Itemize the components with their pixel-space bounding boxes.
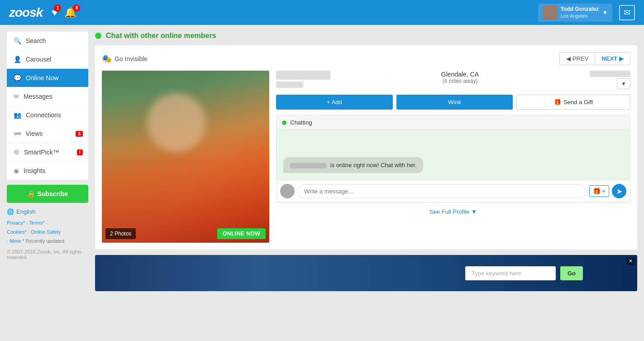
smartpick-icon: ⚙	[14, 149, 19, 156]
copyright: © 2007-2016 Zoosk, Inc. All rights reser…	[7, 249, 88, 260]
recently-updated: * Recently updated	[22, 238, 64, 244]
sidebar-item-label: Search	[26, 37, 46, 44]
send-arrow-icon: ➤	[616, 187, 622, 196]
globe-icon: 🌐	[7, 208, 14, 215]
ad-content: Type keyword here Go	[465, 266, 583, 280]
online-now-icon: 💬	[14, 74, 21, 82]
more-link[interactable]: More	[10, 238, 21, 244]
photo-overlay: 2 Photos ONLINE NOW	[102, 225, 269, 243]
action-buttons: + Add Wink 🎁 Send a Gift	[276, 95, 630, 110]
chat-input-area: 🎁 + ➤	[277, 180, 630, 202]
add-button[interactable]: + Add	[276, 95, 393, 110]
carousel-icon: 👤	[14, 56, 21, 63]
avatar	[543, 5, 557, 20]
chat-avatar	[280, 184, 295, 198]
chat-input[interactable]	[297, 184, 587, 198]
user-menu[interactable]: Todd Gonzalez Los Angeles ▼	[538, 4, 612, 22]
chevron-left-icon: ◀	[566, 55, 571, 62]
alerts-button[interactable]: 🔔 8	[64, 7, 76, 19]
sidebar-item-label: Messages	[24, 93, 52, 100]
next-button[interactable]: NEXT ▶	[595, 52, 630, 65]
chat-messages: is online right now! Chat with her.	[277, 130, 630, 180]
views-icon: 👓	[14, 130, 21, 137]
send-message-button[interactable]: ➤	[612, 184, 626, 198]
main-layout: 🔍 Search 👤 Carousel 💬 Online Now ✉ Messa…	[0, 25, 644, 298]
notifications-button[interactable]: ♥ 1	[52, 7, 57, 19]
chevron-down-icon: ▼	[602, 10, 608, 16]
mask-icon: 🎭	[102, 54, 112, 64]
see-full-profile-label: See Full Profile	[429, 208, 469, 215]
header-icons: ♥ 1 🔔 8	[52, 7, 76, 19]
sidebar-item-label: SmartPick™	[24, 149, 59, 156]
page-title: Chat with other online members	[106, 32, 216, 40]
send-gift-button[interactable]: 🎁 Send a Gift	[516, 95, 630, 110]
user-text: Todd Gonzalez Los Angeles	[561, 6, 599, 19]
profile-dropdown-button[interactable]: ▼	[617, 78, 630, 89]
sidebar-item-search[interactable]: 🔍 Search	[7, 32, 88, 50]
go-invisible-label: Go Invisible	[114, 55, 148, 62]
wink-button[interactable]: Wink	[396, 95, 513, 110]
user-name: Todd Gonzalez	[561, 6, 599, 13]
prev-button[interactable]: ◀ PREV	[559, 52, 595, 65]
sidebar-item-label: Views	[26, 130, 43, 137]
privacy-link[interactable]: Privacy*	[7, 220, 25, 226]
subscribe-label: Subscribe	[38, 190, 68, 197]
go-invisible-button[interactable]: 🎭 Go Invisible	[102, 54, 148, 64]
sidebar: 🔍 Search 👤 Carousel 💬 Online Now ✉ Messa…	[7, 32, 88, 291]
terms-link[interactable]: Terms*	[29, 220, 44, 226]
sidebar-item-insights[interactable]: ◉ Insights	[7, 162, 88, 180]
chat-section: Chatting is online right now! Chat with …	[276, 115, 630, 202]
profile-location-area: Glendale, CA (6 miles away)	[441, 71, 479, 84]
messages-button[interactable]: ✉	[619, 5, 635, 20]
header: zoosk ♥ 1 🔔 8 Todd Gonzalez Los Angeles …	[0, 0, 644, 25]
photo-area: 2 Photos ONLINE NOW	[102, 71, 269, 243]
profile-card: 🎭 Go Invisible ◀ PREV NEXT ▶	[95, 45, 637, 250]
language-label: English	[16, 208, 36, 215]
profile-body: 2 Photos ONLINE NOW Glendale, CA	[102, 71, 630, 243]
sidebar-item-messages[interactable]: ✉ Messages	[7, 87, 88, 106]
separator: ·	[46, 220, 48, 226]
online-now-badge: ONLINE NOW	[217, 228, 266, 239]
insights-icon: ◉	[14, 167, 19, 174]
profile-info: Glendale, CA (6 miles away) ▼ + Add Wink	[276, 71, 630, 243]
chat-header: Chatting	[277, 115, 630, 130]
sidebar-item-online-now[interactable]: 💬 Online Now	[7, 69, 88, 87]
views-badge: 5	[76, 131, 83, 137]
cookies-link[interactable]: Cookies*	[7, 229, 27, 235]
sidebar-item-carousel[interactable]: 👤 Carousel	[7, 50, 88, 69]
sidebar-item-connections[interactable]: 👥 Connections	[7, 106, 88, 125]
profile-photo[interactable]: 2 Photos ONLINE NOW	[102, 71, 269, 243]
profile-distance: (6 miles away)	[441, 78, 479, 84]
see-full-profile-link[interactable]: See Full Profile ▼	[429, 208, 477, 215]
prev-label: PREV	[572, 55, 588, 62]
gift-label: Send a Gift	[563, 99, 593, 106]
sidebar-item-smartpick[interactable]: ⚙ SmartPick™ !	[7, 143, 88, 162]
profile-name	[276, 71, 330, 80]
online-status-dot	[95, 33, 101, 39]
sidebar-item-views[interactable]: 👓 Views 5	[7, 125, 88, 143]
advertisement: Type keyword here Go ✕	[95, 255, 637, 291]
chat-gift-button[interactable]: 🎁 +	[589, 185, 609, 197]
search-icon: 🔍	[14, 37, 21, 44]
sidebar-item-label: Carousel	[26, 56, 51, 63]
ad-close-button[interactable]: ✕	[626, 257, 635, 265]
profile-location: Glendale, CA	[441, 71, 479, 78]
ad-search-box: Type keyword here	[465, 266, 556, 280]
next-label: NEXT	[601, 55, 617, 62]
language-selector[interactable]: 🌐 English	[7, 208, 88, 215]
lock-icon: 🔒	[27, 190, 35, 197]
profile-meta-right: ▼	[590, 71, 630, 89]
sidebar-item-label: Insights	[24, 167, 45, 174]
subscribe-button[interactable]: 🔒 Subscribe	[7, 185, 88, 203]
face-blur	[147, 93, 206, 152]
sender-name-blur	[290, 163, 326, 168]
online-safety-link[interactable]: Online Safety	[31, 229, 61, 235]
user-location: Los Angeles	[561, 13, 599, 19]
profile-age	[276, 82, 303, 88]
ad-button[interactable]: Go	[560, 266, 583, 280]
sidebar-nav: 🔍 Search 👤 Carousel 💬 Online Now ✉ Messa…	[7, 32, 88, 180]
connections-icon: 👥	[14, 111, 21, 119]
see-full-profile-section: See Full Profile ▼	[276, 202, 630, 220]
alerts-badge: 8	[73, 5, 80, 12]
chevron-down-icon: ▼	[471, 208, 477, 215]
